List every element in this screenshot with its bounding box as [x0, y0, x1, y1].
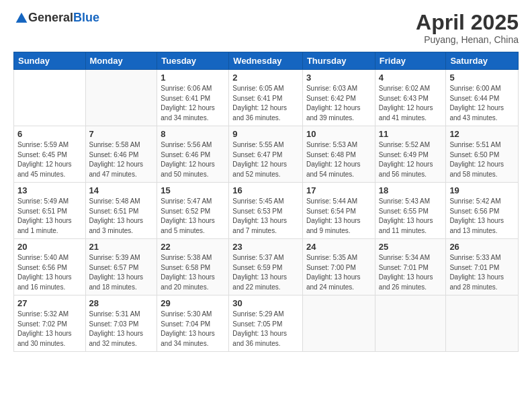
- sunrise-text: Sunrise: 6:03 AM: [306, 84, 371, 94]
- day-number: 20: [17, 242, 82, 252]
- calendar-cell: 11Sunrise: 5:52 AMSunset: 6:49 PMDayligh…: [375, 126, 446, 183]
- sunrise-text: Sunrise: 5:39 AM: [89, 253, 154, 263]
- daylight-text: Daylight: 13 hours and 26 minutes.: [379, 273, 443, 292]
- sunrise-text: Sunrise: 6:06 AM: [161, 84, 225, 94]
- calendar-cell: 4Sunrise: 6:02 AMSunset: 6:43 PMDaylight…: [375, 70, 446, 126]
- day-info: Sunrise: 5:48 AMSunset: 6:51 PMDaylight:…: [89, 197, 154, 236]
- day-number: 10: [306, 129, 371, 139]
- calendar-cell: 23Sunrise: 5:37 AMSunset: 6:59 PMDayligh…: [229, 239, 303, 295]
- sunrise-text: Sunrise: 5:55 AM: [232, 140, 299, 150]
- day-number: 14: [89, 185, 154, 195]
- day-number: 26: [449, 242, 515, 252]
- daylight-text: Daylight: 13 hours and 36 minutes.: [232, 329, 299, 349]
- day-info: Sunrise: 5:44 AMSunset: 6:54 PMDaylight:…: [306, 197, 371, 236]
- sunset-text: Sunset: 7:01 PM: [379, 263, 443, 273]
- day-info: Sunrise: 6:02 AMSunset: 6:43 PMDaylight:…: [379, 84, 443, 123]
- calendar-cell: 25Sunrise: 5:34 AMSunset: 7:01 PMDayligh…: [375, 239, 446, 295]
- sunset-text: Sunset: 6:42 PM: [306, 94, 371, 104]
- calendar-cell: 1Sunrise: 6:06 AMSunset: 6:41 PMDaylight…: [157, 70, 229, 126]
- daylight-text: Daylight: 13 hours and 30 minutes.: [17, 329, 82, 349]
- calendar-cell: 17Sunrise: 5:44 AMSunset: 6:54 PMDayligh…: [302, 183, 375, 239]
- calendar-cell: [302, 295, 375, 352]
- calendar-cell: 16Sunrise: 5:45 AMSunset: 6:53 PMDayligh…: [229, 183, 303, 239]
- calendar-cell: 20Sunrise: 5:40 AMSunset: 6:56 PMDayligh…: [14, 239, 86, 295]
- title-block: April 2025 Puyang, Henan, China: [416, 11, 519, 45]
- sunset-text: Sunset: 6:52 PM: [161, 207, 225, 217]
- daylight-text: Daylight: 13 hours and 3 minutes.: [89, 216, 154, 236]
- calendar-cell: 24Sunrise: 5:35 AMSunset: 7:00 PMDayligh…: [302, 239, 375, 295]
- sunrise-text: Sunrise: 5:44 AM: [306, 197, 371, 207]
- sunrise-text: Sunrise: 5:35 AM: [306, 253, 371, 263]
- day-info: Sunrise: 5:31 AMSunset: 7:03 PMDaylight:…: [89, 310, 154, 349]
- day-number: 17: [306, 185, 371, 195]
- sunrise-text: Sunrise: 5:34 AM: [379, 253, 443, 263]
- sunrise-text: Sunrise: 5:48 AM: [89, 197, 154, 207]
- day-info: Sunrise: 5:34 AMSunset: 7:01 PMDaylight:…: [379, 253, 443, 292]
- calendar-cell: 22Sunrise: 5:38 AMSunset: 6:58 PMDayligh…: [157, 239, 229, 295]
- sunset-text: Sunset: 6:46 PM: [89, 150, 154, 161]
- svg-marker-0: [16, 12, 28, 22]
- weekday-header: Saturday: [446, 52, 519, 70]
- sunset-text: Sunset: 7:01 PM: [449, 263, 515, 273]
- day-info: Sunrise: 5:59 AMSunset: 6:45 PMDaylight:…: [17, 140, 82, 179]
- sunset-text: Sunset: 6:58 PM: [161, 263, 225, 273]
- weekday-header: Monday: [85, 52, 157, 70]
- calendar-cell: 3Sunrise: 6:03 AMSunset: 6:42 PMDaylight…: [302, 70, 375, 126]
- day-info: Sunrise: 5:30 AMSunset: 7:04 PMDaylight:…: [161, 310, 225, 349]
- sunrise-text: Sunrise: 5:30 AM: [161, 310, 225, 320]
- daylight-text: Daylight: 13 hours and 18 minutes.: [89, 273, 154, 292]
- calendar-cell: 29Sunrise: 5:30 AMSunset: 7:04 PMDayligh…: [157, 295, 229, 352]
- day-info: Sunrise: 5:40 AMSunset: 6:56 PMDaylight:…: [17, 253, 82, 292]
- daylight-text: Daylight: 13 hours and 5 minutes.: [161, 216, 225, 236]
- daylight-text: Daylight: 12 hours and 45 minutes.: [17, 160, 82, 179]
- sunset-text: Sunset: 6:51 PM: [89, 207, 154, 217]
- sunrise-text: Sunrise: 6:00 AM: [449, 84, 515, 94]
- calendar-week-row: 20Sunrise: 5:40 AMSunset: 6:56 PMDayligh…: [14, 239, 519, 295]
- sunrise-text: Sunrise: 5:33 AM: [449, 253, 515, 263]
- weekday-header: Wednesday: [229, 52, 303, 70]
- day-info: Sunrise: 5:38 AMSunset: 6:58 PMDaylight:…: [161, 253, 225, 292]
- daylight-text: Daylight: 12 hours and 52 minutes.: [232, 160, 299, 179]
- day-info: Sunrise: 6:00 AMSunset: 6:44 PMDaylight:…: [449, 84, 515, 123]
- day-number: 25: [379, 242, 443, 252]
- sunrise-text: Sunrise: 5:59 AM: [17, 140, 82, 150]
- sunset-text: Sunset: 7:00 PM: [306, 263, 371, 273]
- logo-icon: [15, 11, 28, 25]
- day-info: Sunrise: 5:51 AMSunset: 6:50 PMDaylight:…: [449, 140, 515, 179]
- weekday-header: Sunday: [14, 52, 86, 70]
- sunset-text: Sunset: 6:43 PM: [379, 94, 443, 104]
- calendar-cell: 26Sunrise: 5:33 AMSunset: 7:01 PMDayligh…: [446, 239, 519, 295]
- day-number: 7: [89, 129, 154, 139]
- day-info: Sunrise: 5:52 AMSunset: 6:49 PMDaylight:…: [379, 140, 443, 179]
- calendar-table: SundayMondayTuesdayWednesdayThursdayFrid…: [13, 52, 519, 352]
- calendar-cell: [14, 70, 86, 126]
- sunset-text: Sunset: 6:41 PM: [161, 94, 225, 104]
- location: Puyang, Henan, China: [416, 34, 519, 45]
- weekday-header: Thursday: [302, 52, 375, 70]
- day-info: Sunrise: 5:56 AMSunset: 6:46 PMDaylight:…: [161, 140, 225, 179]
- calendar-cell: 14Sunrise: 5:48 AMSunset: 6:51 PMDayligh…: [85, 183, 157, 239]
- day-number: 4: [379, 73, 443, 83]
- calendar-cell: 27Sunrise: 5:32 AMSunset: 7:02 PMDayligh…: [14, 295, 86, 352]
- sunrise-text: Sunrise: 5:31 AM: [89, 310, 154, 320]
- day-number: 22: [161, 242, 225, 252]
- sunrise-text: Sunrise: 5:49 AM: [17, 197, 82, 207]
- calendar-cell: 18Sunrise: 5:43 AMSunset: 6:55 PMDayligh…: [375, 183, 446, 239]
- daylight-text: Daylight: 13 hours and 22 minutes.: [232, 273, 299, 292]
- sunset-text: Sunset: 6:48 PM: [306, 150, 371, 161]
- sunrise-text: Sunrise: 5:53 AM: [306, 140, 371, 150]
- day-number: 21: [89, 242, 154, 252]
- sunset-text: Sunset: 7:05 PM: [232, 320, 299, 330]
- sunset-text: Sunset: 7:03 PM: [89, 320, 154, 330]
- day-number: 23: [232, 242, 299, 252]
- sunrise-text: Sunrise: 5:42 AM: [449, 197, 515, 207]
- day-number: 9: [232, 129, 299, 139]
- day-number: 3: [306, 73, 371, 83]
- day-info: Sunrise: 5:32 AMSunset: 7:02 PMDaylight:…: [17, 310, 82, 349]
- calendar-cell: 21Sunrise: 5:39 AMSunset: 6:57 PMDayligh…: [85, 239, 157, 295]
- sunrise-text: Sunrise: 5:32 AM: [17, 310, 82, 320]
- day-info: Sunrise: 5:53 AMSunset: 6:48 PMDaylight:…: [306, 140, 371, 179]
- day-number: 2: [232, 73, 299, 83]
- day-info: Sunrise: 6:03 AMSunset: 6:42 PMDaylight:…: [306, 84, 371, 123]
- calendar-header-row: SundayMondayTuesdayWednesdayThursdayFrid…: [14, 52, 519, 70]
